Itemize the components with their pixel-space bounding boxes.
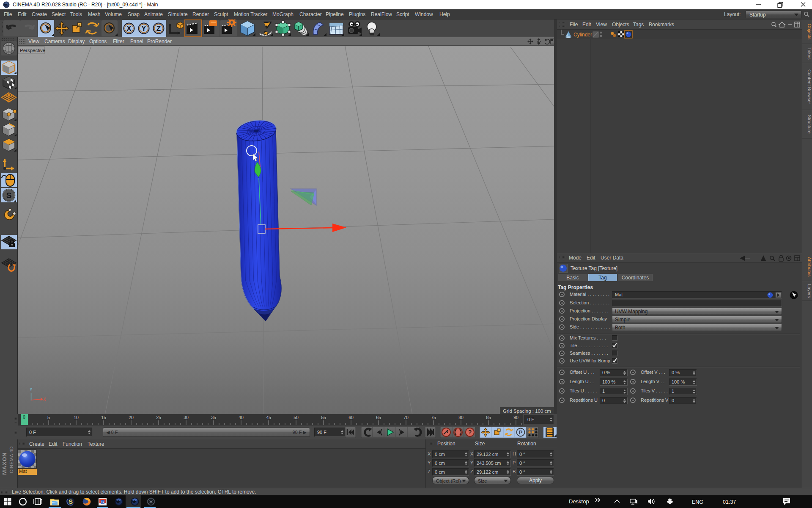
svg-text:5: 5: [47, 415, 50, 420]
svg-text:90: 90: [513, 415, 518, 420]
svg-text:Y: Y: [141, 25, 146, 33]
svg-text:45: 45: [266, 415, 271, 420]
svg-text:15: 15: [101, 415, 106, 420]
svg-text:ENG: ENG: [692, 499, 703, 505]
svg-text:X: X: [43, 397, 46, 402]
svg-text:75: 75: [431, 415, 436, 420]
svg-text:30: 30: [184, 415, 189, 420]
svg-text:Display: Display: [68, 39, 85, 44]
svg-text:70: 70: [403, 415, 409, 420]
svg-text:?: ?: [468, 429, 472, 436]
svg-text:10: 10: [74, 415, 79, 420]
svg-text:Perspective: Perspective: [20, 48, 45, 53]
svg-text:Cameras: Cameras: [44, 39, 65, 44]
svg-text:80: 80: [458, 415, 464, 420]
svg-text:55: 55: [321, 415, 326, 420]
svg-text:50: 50: [294, 415, 299, 420]
svg-text:40: 40: [239, 415, 244, 420]
svg-text:Options: Options: [89, 39, 107, 44]
svg-text:25: 25: [156, 415, 161, 420]
svg-text:Panel: Panel: [130, 39, 143, 44]
svg-text:S: S: [69, 498, 73, 505]
svg-text:ProRender: ProRender: [147, 39, 172, 44]
svg-text:P: P: [519, 429, 523, 436]
svg-text:Cylinder: Cylinder: [573, 32, 592, 38]
svg-text:20: 20: [129, 415, 134, 420]
svg-text:85: 85: [486, 415, 491, 420]
svg-text:X: X: [126, 25, 132, 33]
svg-text:View: View: [28, 39, 39, 44]
svg-text:Z: Z: [156, 25, 161, 33]
svg-text:S: S: [101, 500, 104, 504]
svg-text:Y: Y: [30, 387, 33, 392]
svg-text:0: 0: [23, 414, 25, 420]
svg-text:65: 65: [376, 415, 381, 420]
svg-text:01:37: 01:37: [723, 499, 736, 505]
svg-text:60: 60: [348, 415, 354, 420]
svg-text:Grid Spacing : 100 cm: Grid Spacing : 100 cm: [503, 409, 551, 414]
svg-text:S: S: [6, 191, 12, 200]
svg-text:35: 35: [211, 415, 216, 420]
svg-text:Filter: Filter: [113, 39, 124, 44]
